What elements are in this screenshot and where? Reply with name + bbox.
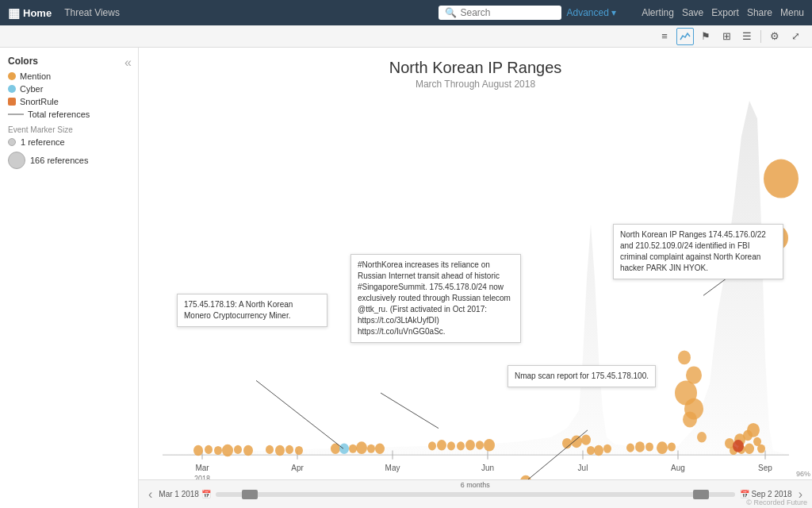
main-area: « Colors Mention Cyber SnortRule Total r…: [0, 48, 812, 508]
right-actions: Alerting Save Export Share Menu: [642, 7, 804, 18]
total-label: Total references: [28, 110, 90, 119]
svg-point-34: [447, 441, 455, 450]
export-button[interactable]: Export: [711, 7, 739, 18]
small-marker: [8, 138, 16, 146]
svg-point-24: [285, 445, 293, 454]
svg-text:Sep: Sep: [758, 463, 772, 473]
chart-view-icon[interactable]: [676, 28, 694, 45]
svg-point-23: [275, 445, 285, 456]
legend-collapse-button[interactable]: «: [124, 56, 132, 70]
svg-point-44: [594, 445, 603, 456]
cyber-color-dot: [8, 85, 16, 93]
svg-point-17: [205, 445, 213, 454]
svg-point-50: [668, 442, 676, 451]
svg-text:Jun: Jun: [481, 463, 494, 473]
svg-point-55: [697, 432, 707, 442]
svg-point-46: [626, 444, 634, 452]
svg-point-37: [476, 441, 484, 449]
svg-point-29: [356, 441, 367, 454]
svg-point-28: [349, 444, 357, 453]
table-view-icon[interactable]: ≡: [656, 28, 673, 45]
settings-icon[interactable]: ⚙: [766, 28, 783, 45]
calendar-left-icon: 📅: [201, 490, 211, 498]
svg-point-66: [733, 440, 744, 452]
total-color-line: [8, 114, 24, 115]
svg-point-62: [747, 423, 760, 437]
timeline-left-label: Mar 1 2018 📅: [159, 490, 211, 498]
large-marker: [8, 152, 25, 169]
svg-point-25: [295, 446, 303, 455]
svg-point-64: [757, 444, 765, 453]
grid-view-icon[interactable]: ⊞: [718, 28, 735, 45]
svg-point-16: [193, 445, 203, 456]
menu-button[interactable]: Menu: [780, 7, 804, 18]
tooltip-northkorea: #NorthKorea increases its reliance on Ru…: [350, 254, 521, 343]
timeline-prev-button[interactable]: ‹: [145, 487, 155, 502]
expand-icon[interactable]: ⤢: [787, 28, 804, 45]
svg-point-48: [645, 442, 653, 451]
large-marker-label: 166 references: [30, 156, 88, 165]
svg-point-33: [437, 440, 446, 450]
axis-percentage: 96%: [796, 470, 810, 478]
timeline-thumb-left[interactable]: [242, 490, 258, 499]
svg-point-36: [465, 440, 475, 450]
svg-point-38: [484, 439, 495, 452]
search-box[interactable]: 🔍: [439, 6, 561, 20]
legend-panel: « Colors Mention Cyber SnortRule Total r…: [0, 48, 139, 508]
mention-label: Mention: [20, 71, 51, 81]
legend-item-snortrule: SnortRule: [8, 97, 130, 106]
alerting-button[interactable]: Alerting: [642, 7, 674, 18]
timeline-track[interactable]: 6 months: [216, 492, 735, 497]
toolbar-separator: [760, 30, 761, 43]
svg-point-21: [243, 445, 253, 456]
search-icon: 🔍: [445, 7, 457, 18]
search-input[interactable]: [460, 7, 555, 18]
svg-point-56: [684, 398, 703, 420]
svg-line-70: [381, 393, 439, 429]
svg-point-52: [686, 367, 702, 384]
advanced-button[interactable]: Advanced ▾: [566, 7, 616, 18]
timeline-thumb-right[interactable]: [693, 490, 709, 499]
svg-text:Jul: Jul: [578, 463, 588, 473]
map-view-icon[interactable]: ⚑: [697, 28, 714, 45]
svg-line-69: [256, 380, 343, 448]
tooltip-nmap-text: Nmap scan report for 175.45.178.100.: [515, 371, 649, 380]
list-view-icon[interactable]: ☰: [738, 28, 756, 45]
top-navigation: ▦ Home Threat Views 🔍 Advanced ▾ Alertin…: [0, 0, 812, 25]
svg-point-41: [571, 436, 582, 448]
search-area: 🔍 Advanced ▾: [439, 6, 616, 20]
chart-area: North Korean IP Ranges March Through Aug…: [139, 48, 812, 508]
svg-point-20: [234, 445, 242, 454]
home-nav-item[interactable]: Home: [23, 7, 52, 19]
share-button[interactable]: Share: [747, 7, 772, 18]
svg-point-53: [678, 350, 691, 364]
legend-item-mention: Mention: [8, 71, 130, 81]
svg-point-43: [587, 446, 595, 455]
app-logo[interactable]: ▦ Home: [8, 6, 52, 21]
svg-text:Apr: Apr: [291, 463, 304, 473]
svg-text:May: May: [385, 463, 401, 473]
svg-point-35: [457, 441, 465, 450]
legend-item-cyber: Cyber: [8, 84, 130, 94]
svg-point-59: [745, 444, 754, 454]
timeline-bar: ‹ Mar 1 2018 📅 6 months 📅 Sep 2 2018 ›: [139, 479, 812, 508]
tooltip-monero-text: 175.45.178.19: A North Korean Monero Cry…: [184, 300, 293, 320]
logo-icon: ▦: [8, 6, 20, 21]
save-button[interactable]: Save: [682, 7, 703, 18]
tooltip-fbi-text: North Korean IP Ranges 174.45.176.0/22 a…: [620, 230, 766, 272]
svg-point-42: [581, 434, 591, 444]
legend-title: Colors: [8, 56, 130, 67]
svg-point-31: [375, 444, 385, 454]
footer-text: © Recorded Future: [746, 498, 807, 506]
svg-text:Aug: Aug: [671, 463, 685, 473]
threat-views-nav-item[interactable]: Threat Views: [64, 7, 120, 18]
snortrule-label: SnortRule: [20, 97, 59, 106]
svg-point-32: [428, 441, 436, 450]
svg-text:Mar: Mar: [195, 463, 209, 473]
toolbar: ≡ ⚑ ⊞ ☰ ⚙ ⤢: [0, 25, 812, 48]
timeline-left-text: Mar 1 2018: [159, 490, 199, 498]
marker-item-1ref: 1 reference: [8, 137, 130, 147]
legend-item-total: Total references: [8, 110, 130, 119]
svg-point-18: [214, 446, 222, 455]
svg-point-19: [222, 444, 233, 457]
